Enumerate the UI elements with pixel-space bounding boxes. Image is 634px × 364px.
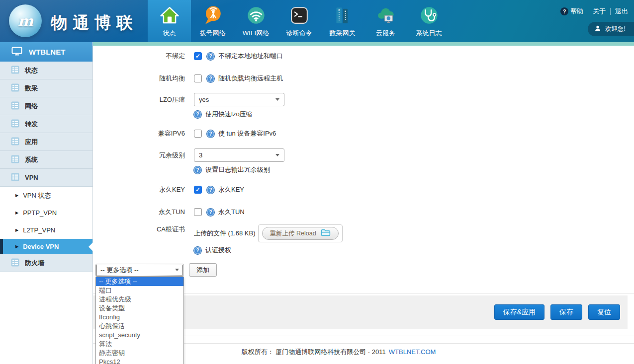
sidebar-item-label: 网络 <box>25 102 38 111</box>
sidebar-item-label: 数采 <box>25 84 38 93</box>
dropdown-option[interactable]: -- 更多选项 -- <box>96 277 183 286</box>
dropdown-option[interactable]: 设备类型 <box>96 304 183 313</box>
arrow-right-icon: ▶ <box>15 244 18 249</box>
sidebar-subitem-label: L2TP_VPN <box>23 226 55 234</box>
separator <box>610 8 611 15</box>
field-label: 不绑定 <box>93 52 185 61</box>
upload-box: 重新上传 Reload <box>258 224 343 242</box>
terminal-icon <box>289 4 309 25</box>
help-text: 使用快速lzo压缩 <box>205 110 253 119</box>
form-row-nobind: 不绑定 ? 不绑定本地地址和端口 <box>93 52 283 61</box>
field-label: 随机均衡 <box>93 74 185 83</box>
sidebar-item-application[interactable]: 应用 <box>0 133 92 151</box>
sidebar-item-label: 系统 <box>25 155 38 164</box>
sidebar-item-firewall[interactable]: 防火墙 <box>0 254 92 272</box>
sidebar-item-status[interactable]: 状态 <box>0 62 92 79</box>
separator <box>588 8 588 15</box>
nav-tab-label: 诊断命令 <box>286 29 312 38</box>
dropdown-option[interactable]: 心跳保活 <box>96 322 183 331</box>
sidebar-title-text: WTBLNET <box>29 48 65 56</box>
help-text: 使 tun 设备兼容IPv6 <box>218 129 276 138</box>
nav-tab-label: 云服务 <box>376 29 395 38</box>
ipv6-checkbox[interactable] <box>194 130 202 138</box>
nobind-checkbox[interactable] <box>194 52 202 60</box>
home-icon <box>160 4 180 25</box>
help-text: 不绑定本地地址和端口 <box>218 52 283 61</box>
sidebar-item-network[interactable]: 网络 <box>0 97 92 115</box>
user-icon <box>594 25 601 33</box>
reset-button[interactable]: 复位 <box>588 304 620 320</box>
dropdown-option[interactable]: Ifconfig <box>96 313 183 322</box>
save-button[interactable]: 保存 <box>550 304 582 320</box>
sidebar-item-data-collect[interactable]: 数采 <box>0 79 92 97</box>
arrow-right-icon: ▶ <box>15 228 18 232</box>
form-row-ca-cert: CA根证书 上传的文件 (1.68 KB) 重新上传 Reload ? 认证授权 <box>93 224 343 255</box>
field-label: 兼容IPV6 <box>93 129 185 138</box>
dropdown-option[interactable]: 静态密钥 <box>96 349 183 358</box>
list-icon <box>11 137 19 147</box>
nav-tab-system-log[interactable]: 系统日志 <box>407 0 451 42</box>
add-button[interactable]: 添加 <box>189 263 217 277</box>
sidebar-item-vpn[interactable]: VPN <box>0 169 92 187</box>
reload-upload-label: 重新上传 Reload <box>270 229 316 238</box>
nav-tab-label: WIFI网络 <box>243 29 269 38</box>
nav-tab-wifi-network[interactable]: WIFI网络 <box>234 0 277 42</box>
chevron-down-icon <box>175 269 179 271</box>
sidebar-item-system[interactable]: 系统 <box>0 151 92 169</box>
persist-tun-checkbox[interactable] <box>194 208 202 216</box>
nav-tab-label: 系统日志 <box>416 29 442 38</box>
help-icon: ? <box>194 111 201 118</box>
nav-tab-diagnostic-command[interactable]: 诊断命令 <box>277 0 321 42</box>
list-icon <box>11 66 19 75</box>
lzo-select[interactable]: yes <box>194 93 284 106</box>
dropdown-option[interactable]: 进程优先级 <box>96 295 183 304</box>
reload-upload-button[interactable]: 重新上传 Reload <box>262 227 339 240</box>
verbosity-select[interactable]: 3 <box>194 148 284 162</box>
sidebar-subitem-pptp-vpn[interactable]: ▶ PPTP_VPN <box>0 204 92 221</box>
dropdown-option[interactable]: 算法 <box>96 340 183 349</box>
nav-tab-label: 数采网关 <box>330 29 356 38</box>
sidebar-subitem-vpn-status[interactable]: ▶ VPN 状态 <box>0 187 92 204</box>
save-apply-button[interactable]: 保存&应用 <box>494 304 544 320</box>
sidebar-subitem-l2tp-vpn[interactable]: ▶ L2TP_VPN <box>0 221 92 239</box>
monitor-icon <box>11 47 22 57</box>
dropdown-option[interactable]: Pkcs12 <box>96 358 183 364</box>
more-options-dropdown: -- 更多选项 -- 端口 进程优先级 设备类型 Ifconfig 心跳保活 s… <box>95 277 184 364</box>
folder-icon <box>321 229 331 238</box>
sidebar-item-label: 防火墙 <box>25 259 44 268</box>
sidebar-subitem-device-vpn[interactable]: ▶ Device VPN <box>0 239 92 254</box>
chevron-down-icon <box>275 98 279 101</box>
dial-network-icon <box>202 4 223 25</box>
dropdown-option[interactable]: 端口 <box>96 286 183 295</box>
nav-tab-cloud-service[interactable]: 云服务 <box>364 0 407 42</box>
wtblnet-link[interactable]: WTBLNET.COM <box>389 348 436 356</box>
sidebar-item-label: 转发 <box>25 120 38 129</box>
help-text: 认证授权 <box>205 246 231 255</box>
persist-key-checkbox[interactable] <box>194 186 202 194</box>
arrow-right-icon: ▶ <box>15 211 18 215</box>
help-link[interactable]: ?帮助 <box>560 7 583 16</box>
logo-letter: m <box>17 12 33 30</box>
random-balance-checkbox[interactable] <box>194 74 202 82</box>
help-link-label: 帮助 <box>570 7 583 15</box>
help-icon: ? <box>194 166 201 174</box>
about-link[interactable]: 关于 <box>593 7 606 16</box>
logout-link[interactable]: 退出 <box>615 7 628 16</box>
dropdown-option[interactable]: script_security <box>96 331 183 340</box>
more-options-select[interactable]: -- 更多选项 -- <box>95 264 184 277</box>
sidebar-item-forward[interactable]: 转发 <box>0 115 92 133</box>
welcome-badge: 欢迎您! <box>588 22 634 36</box>
select-value: yes <box>199 96 209 103</box>
form-row-persist-key: 永久KEY ? 永久KEY <box>93 185 244 194</box>
sidebar-subitem-label: Device VPN <box>23 243 59 250</box>
sidebar-item-label: 应用 <box>25 138 38 146</box>
field-label: LZO压缩 <box>93 93 185 106</box>
nav-tab-label: 状态 <box>163 29 176 38</box>
form-row-persist-tun: 永久TUN ? 永久TUN <box>93 208 245 217</box>
list-icon <box>11 83 19 93</box>
list-icon <box>11 101 19 111</box>
header-accent-strip <box>0 42 634 46</box>
nav-tab-status[interactable]: 状态 <box>148 0 191 42</box>
nav-tab-data-gateway[interactable]: 数采网关 <box>321 0 364 42</box>
nav-tab-dial-network[interactable]: 拨号网络 <box>191 0 234 42</box>
